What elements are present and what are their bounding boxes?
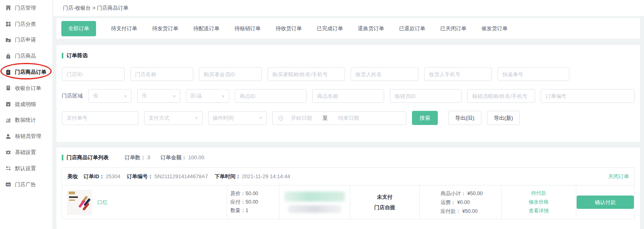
product-name-input[interactable] (312, 89, 384, 103)
product-image-text (69, 196, 78, 198)
subtotal: 商品小计： ¥50.00 (441, 189, 501, 198)
sidebar-item-basic-settings[interactable]: 基础设置 (0, 144, 52, 160)
tab-closed[interactable]: 已关闭订单 (440, 25, 466, 32)
quantity: 数量：1 (230, 206, 279, 215)
receiver-phone-input[interactable] (424, 67, 492, 81)
city-select[interactable]: 市 ∨ (137, 89, 180, 103)
sidebar-item-label: 门店商品 (15, 52, 36, 60)
verifier-id-input[interactable] (390, 89, 462, 103)
export-old-button[interactable]: 导出(旧) (448, 111, 481, 125)
sidebar-item-store-manage[interactable]: 门店管理 (0, 0, 52, 16)
modify-price-link[interactable]: 修改价格 (529, 199, 549, 206)
tab-return-exchange[interactable]: 退换货订单 (358, 25, 384, 32)
chevron-down-icon: ∨ (195, 116, 198, 120)
storefront-icon (5, 5, 11, 11)
sidebar-item-default-settings[interactable]: 默认设置 (0, 160, 52, 177)
clipboard-icon (5, 69, 11, 75)
list-title: 门店商品订单列表 (67, 154, 109, 161)
delivery-method: 门店自提 (374, 204, 395, 211)
list-header: 门店商品订单列表 订单数： 3 订单金额： 100.00 (62, 154, 635, 161)
express-no-input[interactable] (498, 67, 569, 81)
sidebar-item-cashier-orders[interactable]: 收银台订单 (0, 80, 52, 96)
product-id-input[interactable] (235, 89, 307, 103)
order-count-label: 订单数： (125, 154, 146, 160)
tab-pending-delivery[interactable]: 待配送订单 (193, 25, 220, 32)
order-sn-label: 订单编号： (127, 173, 153, 179)
folder-check-icon (5, 37, 11, 43)
order-time: 下单时间：2021-11-29 14:14:44 (214, 173, 290, 180)
tab-pending-receipt[interactable]: 待收货订单 (276, 25, 302, 32)
buyer-nickname-input[interactable] (268, 67, 345, 81)
breadcrumb-bar: 门店-收银台 > 门店商品订单 (53, 0, 644, 16)
city-select-value: 市 (142, 92, 147, 100)
sidebar-item-label: 收银台订单 (15, 85, 41, 92)
view-detail-link[interactable]: 查看详情 (529, 208, 549, 214)
blurred-buyer-contact (288, 205, 341, 213)
receiver-name-input[interactable] (351, 67, 418, 81)
pending-payment-link[interactable]: 待付款 (531, 190, 546, 197)
sidebar-item-commission-detail[interactable]: ¥ 提成明细 (0, 96, 52, 112)
blurred-buyer-info (284, 192, 345, 202)
tab-pending-shipment[interactable]: 待发货订单 (152, 25, 178, 32)
date-range-picker[interactable]: 开始日期 至 结束日期 (272, 111, 406, 125)
person-icon (5, 133, 11, 139)
sidebar-item-label: 门店申请 (15, 36, 36, 44)
tab-all-orders[interactable]: 全部订单 (61, 21, 96, 36)
price-cell: 原价：50.00 应付：50.00 数量：1 (227, 185, 279, 219)
filter-section-title: 订单筛选 (62, 52, 635, 59)
order-amount-label: 订单金额： (161, 154, 187, 160)
operate-time-select[interactable]: 操作时间 ∨ (208, 111, 267, 125)
money-icon: ¥ (5, 101, 11, 107)
payment-method-select[interactable]: 支付方式 ∨ (144, 111, 203, 125)
receipt-icon (5, 85, 11, 91)
order-item-detail: 口红 原价：50.00 应付：50.00 数量：1 未支付 门店自提 商品小计：… (62, 185, 634, 219)
sliders-icon (5, 165, 11, 171)
date-end-placeholder: 结束日期 (338, 114, 359, 122)
order-sn-input[interactable] (541, 89, 635, 103)
payment-status: 未支付 (377, 194, 393, 201)
product-name-link[interactable]: 口红 (97, 199, 108, 206)
export-new-button[interactable]: 导出(新) (487, 111, 520, 125)
green-bar (62, 53, 63, 58)
sidebar-item-store-ads[interactable]: AD 门店广告 (0, 177, 52, 193)
buyer-member-id-input[interactable] (199, 67, 262, 81)
product-image-subtext (69, 200, 75, 201)
payable-price: 应付：50.00 (230, 198, 279, 206)
store-id-input[interactable] (62, 67, 125, 81)
search-button[interactable]: 搜索 (412, 111, 438, 125)
verifier-nickname-input[interactable] (467, 89, 535, 103)
order-sn: 订单编号：SN21112914144678A7 (127, 173, 208, 180)
sidebar-item-store-category[interactable]: 门店分类 (0, 16, 52, 32)
province-select[interactable]: 省 ∨ (88, 89, 132, 103)
sidebar-item-store-goods[interactable]: 门店商品 (0, 48, 52, 64)
sidebar-item-store-apply[interactable]: 门店申请 (0, 32, 52, 48)
tab-pending-payment[interactable]: 待支付订单 (111, 25, 137, 32)
confirm-payment-button[interactable]: 确认付款 (577, 196, 634, 209)
tab-pending-verification[interactable]: 待核销订单 (234, 25, 261, 32)
gear-icon (5, 150, 11, 156)
district-select[interactable]: 区/县 ∨ (186, 89, 229, 103)
order-count: 订单数： 3 (125, 154, 150, 161)
money-cell: 商品小计： ¥50.00 运费： ¥0.00 应付款： ¥50.00 (419, 185, 501, 219)
store-name-input[interactable] (130, 67, 193, 81)
district-select-value: 区/县 (190, 92, 203, 100)
sidebar-item-store-goods-orders[interactable]: 门店商品订单 (0, 64, 52, 80)
close-order-link[interactable]: 关闭订单 (608, 173, 629, 180)
action-cell: 确认付款 (576, 185, 634, 219)
payment-no-input[interactable] (62, 111, 138, 125)
tab-completed[interactable]: 已完成订单 (317, 25, 343, 32)
order-filter-panel: 订单筛选 门店区域 省 ∨ 市 ∨ 区/县 ∨ (56, 45, 640, 142)
tab-urge-shipment[interactable]: 催发货订单 (481, 25, 508, 32)
main-content: 全部订单 待支付订单 待发货订单 待配送订单 待核销订单 待收货订单 已完成订单… (56, 18, 640, 229)
sidebar-item-statistics[interactable]: 数据统计 (0, 112, 52, 129)
sidebar-item-label: 基础设置 (15, 149, 36, 156)
store-name: 美妆 (67, 173, 78, 180)
sidebar-item-verifier-manage[interactable]: 核销员管理 (0, 128, 52, 144)
tab-refunded[interactable]: 已退款订单 (399, 25, 425, 32)
svg-text:¥: ¥ (7, 103, 9, 106)
filter-row-3: 支付方式 ∨ 操作时间 ∨ 开始日期 至 结束日期 搜索 导出(旧) 导出(新) (62, 111, 635, 125)
amount-due: 应付款： ¥50.00 (441, 207, 501, 216)
sidebar-item-label: 门店商品订单 (15, 69, 46, 76)
svg-text:AD: AD (6, 183, 10, 186)
order-item: 美妆 订单ID：25304 订单编号：SN21112914144678A7 下单… (62, 167, 635, 219)
